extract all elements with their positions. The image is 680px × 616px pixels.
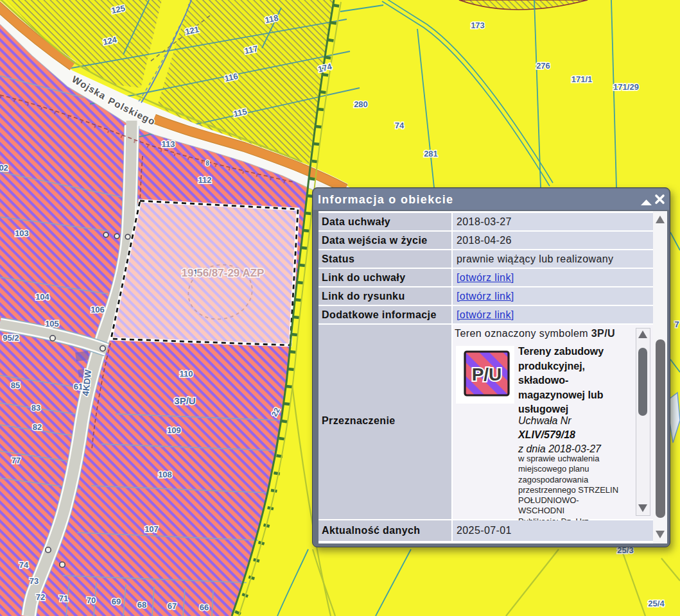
svg-text:P/U: P/U <box>472 364 502 384</box>
svg-text:74: 74 <box>19 560 29 570</box>
svg-text:171/29: 171/29 <box>613 82 639 92</box>
svg-text:7: 7 <box>674 320 679 329</box>
svg-text:25/4: 25/4 <box>648 599 665 608</box>
svg-text:280: 280 <box>354 99 368 109</box>
svg-text:82: 82 <box>33 422 42 432</box>
svg-text:77: 77 <box>12 456 21 465</box>
svg-text:104: 104 <box>35 292 49 302</box>
svg-text:107: 107 <box>144 524 159 534</box>
svg-text:71: 71 <box>59 594 68 603</box>
svg-text:110: 110 <box>180 369 193 379</box>
svg-text:66: 66 <box>200 603 209 612</box>
svg-text:3P/U: 3P/U <box>174 395 195 406</box>
svg-text:112: 112 <box>198 175 212 185</box>
svg-text:68: 68 <box>137 600 146 610</box>
svg-text:103: 103 <box>15 228 29 238</box>
svg-text:108: 108 <box>158 470 172 479</box>
svg-text:8: 8 <box>205 160 209 167</box>
svg-text:109: 109 <box>167 425 181 435</box>
svg-text:281: 281 <box>424 149 438 158</box>
svg-text:113: 113 <box>162 139 175 149</box>
svg-text:19.56/87-29 AZP: 19.56/87-29 AZP <box>182 267 265 279</box>
svg-text:69: 69 <box>112 597 121 606</box>
svg-text:83: 83 <box>31 403 40 413</box>
svg-text:70: 70 <box>87 595 96 605</box>
svg-text:85: 85 <box>11 381 20 390</box>
svg-text:102: 102 <box>0 163 8 173</box>
svg-text:171/1: 171/1 <box>571 74 593 84</box>
svg-text:173: 173 <box>471 21 485 30</box>
svg-text:73: 73 <box>30 576 39 586</box>
svg-text:106: 106 <box>91 305 105 314</box>
svg-text:74: 74 <box>395 121 405 130</box>
svg-text:72: 72 <box>36 592 45 602</box>
svg-text:105: 105 <box>45 319 59 329</box>
svg-text:67: 67 <box>168 601 177 611</box>
svg-text:95/2: 95/2 <box>3 333 19 343</box>
svg-text:276: 276 <box>536 61 550 71</box>
